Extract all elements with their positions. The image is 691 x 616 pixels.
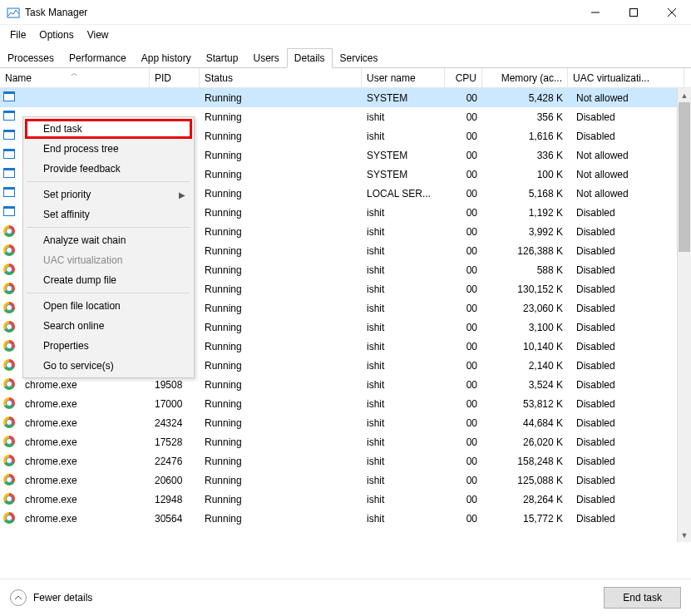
minimize-button[interactable] [576,0,614,24]
table-row[interactable]: chrome.exe24324Runningishit0044,684 KDis… [0,413,691,432]
cell-status: Running [200,341,362,352]
cell-status: Running [200,131,362,142]
process-icon [3,206,15,216]
cell-status: Running [200,92,362,104]
cell-status: Running [200,150,362,161]
col-status[interactable]: Status [200,68,362,87]
cell-cpu: 00 [445,398,482,410]
cell-cpu: 00 [445,379,482,391]
process-icon [3,149,15,159]
context-end-task[interactable]: End task [25,119,192,139]
chrome-icon [3,474,15,485]
chrome-icon [3,512,15,524]
cell-uac: Disabled [568,207,684,219]
cell-cpu: 00 [445,513,482,525]
cell-user: ishit [362,283,445,295]
cell-status: Running [200,379,362,391]
col-cpu[interactable]: CPU [445,68,482,87]
context-go-to-service-s-[interactable]: Go to service(s) [25,356,192,376]
process-icon [3,111,15,121]
menu-file[interactable]: File [3,27,32,42]
close-button[interactable] [653,0,691,24]
cell-uac: Disabled [568,475,684,486]
cell-uac: Disabled [568,417,684,429]
context-properties[interactable]: Properties [25,336,192,356]
table-row[interactable]: chrome.exe22476Runningishit00158,248 KDi… [0,451,691,471]
cell-memory: 5,428 K [482,92,568,104]
fewer-details-button[interactable]: Fewer details [10,589,92,606]
col-memory[interactable]: Memory (ac... [482,68,568,87]
scroll-down-icon[interactable]: ▼ [678,528,691,542]
tab-strip: ProcessesPerformanceApp historyStartupUs… [0,44,691,68]
vertical-scrollbar[interactable]: ▲ ▼ [677,88,691,542]
cell-cpu: 00 [445,456,482,467]
scroll-up-icon[interactable]: ▲ [678,88,691,102]
cell-name: chrome.exe [20,475,150,486]
cell-memory: 5,168 K [482,188,568,200]
menu-options[interactable]: Options [32,27,80,42]
table-row[interactable]: chrome.exe17528Runningishit0026,020 KDis… [0,432,691,451]
table-row[interactable]: chrome.exe30564Runningishit0015,772 KDis… [0,509,691,528]
context-end-process-tree[interactable]: End process tree [25,139,192,159]
menu-view[interactable]: View [81,27,116,42]
cell-user: ishit [362,379,445,391]
scroll-thumb[interactable] [679,102,690,252]
tab-processes[interactable]: Processes [0,48,62,68]
submenu-arrow-icon: ▶ [179,190,185,200]
tab-users[interactable]: Users [245,48,286,68]
cell-cpu: 00 [445,475,482,486]
cell-status: Running [200,436,362,448]
col-user[interactable]: User name [362,68,445,87]
cell-uac: Not allowed [568,188,684,200]
context-open-file-location[interactable]: Open file location [25,296,192,316]
tab-app-history[interactable]: App history [134,48,199,68]
col-pid[interactable]: PID [150,68,200,87]
tab-services[interactable]: Services [333,48,386,68]
cell-user: ishit [362,475,445,486]
chrome-icon [3,283,15,294]
svg-rect-2 [630,8,638,16]
context-analyze-wait-chain[interactable]: Analyze wait chain [25,230,192,250]
maximize-button[interactable] [614,0,653,24]
context-provide-feedback[interactable]: Provide feedback [25,159,192,179]
chrome-icon [3,244,15,256]
cell-uac: Disabled [568,245,684,257]
cell-uac: Not allowed [568,169,684,180]
context-create-dump-file[interactable]: Create dump file [25,270,192,290]
cell-user: ishit [362,513,445,525]
chrome-icon [3,302,15,313]
app-icon [7,6,20,19]
cell-pid: 19508 [150,379,200,391]
context-search-online[interactable]: Search online [25,316,192,336]
table-row[interactable]: chrome.exe12948Runningishit0028,264 KDis… [0,490,691,509]
table-row[interactable]: RunningSYSTEM005,428 KNot allowed [0,88,691,107]
end-task-button[interactable]: End task [604,587,681,609]
col-uac[interactable]: UAC virtualizati... [568,68,684,87]
cell-memory: 2,140 K [482,360,568,372]
cell-status: Running [200,188,362,200]
tab-startup[interactable]: Startup [199,48,246,68]
context-set-affinity[interactable]: Set affinity [25,205,192,224]
tab-performance[interactable]: Performance [62,48,134,68]
cell-name: chrome.exe [20,494,150,505]
cell-uac: Disabled [568,303,684,314]
cell-user: ishit [362,417,445,429]
titlebar: Task Manager [0,0,691,25]
cell-user: ishit [362,341,445,352]
cell-uac: Not allowed [568,150,684,161]
tab-details[interactable]: Details [287,48,333,68]
chrome-icon [3,321,15,333]
cell-cpu: 00 [445,283,482,295]
cell-memory: 3,100 K [482,322,568,333]
table-row[interactable]: chrome.exe20600Runningishit00125,088 KDi… [0,471,691,490]
cell-uac: Disabled [568,322,684,333]
cell-uac: Disabled [568,398,684,410]
table-row[interactable]: chrome.exe17000Runningishit0053,812 KDis… [0,394,691,413]
cell-uac: Not allowed [568,92,684,104]
context-set-priority[interactable]: Set priority▶ [25,185,192,205]
cell-memory: 23,060 K [482,303,568,314]
cell-uac: Disabled [568,341,684,352]
cell-status: Running [200,494,362,505]
chrome-icon [3,455,15,466]
process-icon [3,130,15,140]
